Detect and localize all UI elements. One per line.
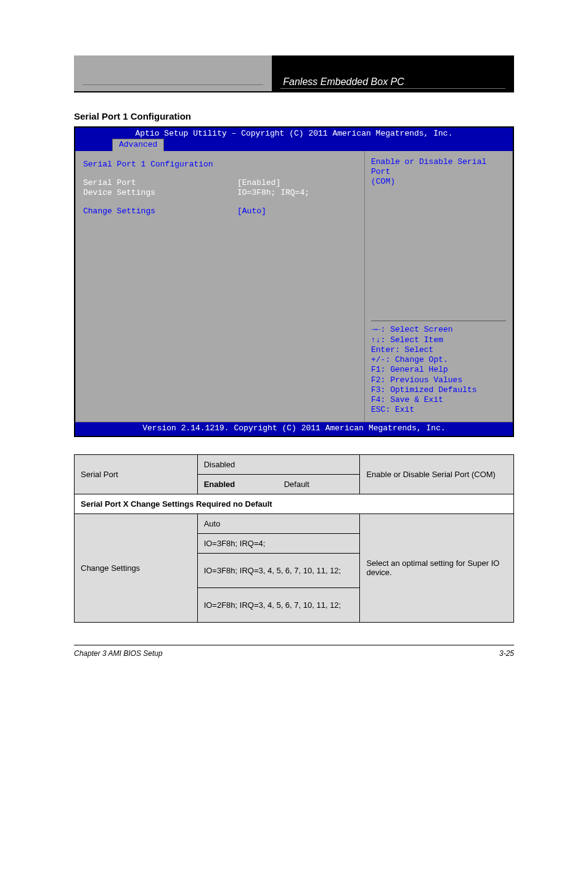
bios-main-pane: Serial Port 1 Configuration Serial Port … — [76, 151, 364, 422]
table-banner-row: Serial Port X Change Settings Required n… — [75, 494, 514, 514]
bios-row-serial-port[interactable]: Serial Port [Enabled] — [83, 178, 357, 188]
header-right: Fanless Embedded Box PC — [272, 55, 514, 92]
option-value: IO=3F8h; IRQ=4; — [197, 533, 360, 553]
bios-row-change-settings[interactable]: Change Settings [Auto] — [83, 207, 357, 216]
option-default-name: Enabled — [204, 480, 235, 489]
bios-help-line: Enable or Disable Serial Port — [371, 157, 506, 178]
page-footer: Chapter 3 AMI BIOS Setup 3-25 — [74, 645, 514, 658]
option-value: Enabled Default — [197, 474, 360, 494]
option-name: Serial Port — [75, 454, 198, 494]
bios-key-line: F3: Optimized Defaults — [371, 385, 506, 395]
page-header: Fanless Embedded Box PC — [74, 55, 514, 92]
bios-side-pane: Enable or Disable Serial Port (COM) →←: … — [364, 151, 512, 422]
bios-help-text: Enable or Disable Serial Port (COM) — [371, 157, 506, 187]
bios-value: [Auto] — [237, 207, 357, 216]
bios-heading: Serial Port 1 Configuration — [83, 160, 357, 170]
bios-key-line: F1: General Help — [371, 365, 506, 375]
table-banner: Serial Port X Change Settings Required n… — [75, 494, 514, 514]
option-value: IO=3F8h; IRQ=3, 4, 5, 6, 7, 10, 11, 12; — [197, 553, 360, 587]
bios-side-divider — [371, 321, 506, 321]
bios-help-line: (COM) — [371, 177, 506, 187]
table-row: Change Settings Auto Select an optimal s… — [75, 514, 514, 533]
bios-tab-row: Advanced — [75, 139, 513, 150]
option-value: Auto — [197, 514, 360, 533]
table-row: Serial Port Disabled Enable or Disable S… — [75, 454, 514, 474]
bios-key-help: →←: Select Screen ↑↓: Select Item Enter:… — [371, 325, 506, 415]
bios-key-line: →←: Select Screen — [371, 325, 506, 335]
bios-key-line: F4: Save & Exit — [371, 395, 506, 405]
option-default-tag: Default — [284, 480, 309, 489]
bios-label: Device Settings — [83, 188, 237, 198]
header-title: Fanless Embedded Box PC — [283, 76, 404, 88]
option-value: Disabled — [197, 454, 360, 474]
bios-key-line: ↑↓: Select Item — [371, 335, 506, 345]
header-left — [74, 55, 272, 92]
bios-footer: Version 2.14.1219. Copyright (C) 2011 Am… — [75, 422, 513, 436]
option-desc: Enable or Disable Serial Port (COM) — [360, 454, 514, 494]
bios-value: IO=3F8h; IRQ=4; — [237, 188, 357, 198]
footer-page-number: 3-25 — [499, 649, 514, 658]
option-name: Change Settings — [75, 514, 198, 622]
bios-label: Change Settings — [83, 207, 237, 216]
option-value: IO=2F8h; IRQ=3, 4, 5, 6, 7, 10, 11, 12; — [197, 587, 360, 622]
footer-chapter: Chapter 3 AMI BIOS Setup — [74, 649, 163, 658]
bios-value: [Enabled] — [237, 178, 357, 188]
section-title: Serial Port 1 Configuration — [74, 111, 514, 121]
bios-title: Aptio Setup Utility – Copyright (C) 2011… — [75, 128, 513, 139]
bios-screenshot: Aptio Setup Utility – Copyright (C) 2011… — [74, 126, 514, 437]
bios-key-line: ESC: Exit — [371, 405, 506, 415]
bios-key-line: Enter: Select — [371, 345, 506, 355]
bios-row-device-settings: Device Settings IO=3F8h; IRQ=4; — [83, 188, 357, 198]
option-desc: Select an optimal setting for Super IO d… — [360, 514, 514, 622]
bios-tab-advanced[interactable]: Advanced — [112, 139, 164, 150]
options-table: Serial Port Disabled Enable or Disable S… — [74, 454, 514, 623]
bios-key-line: +/-: Change Opt. — [371, 355, 506, 365]
bios-key-line: F2: Previous Values — [371, 375, 506, 385]
bios-label: Serial Port — [83, 178, 237, 188]
